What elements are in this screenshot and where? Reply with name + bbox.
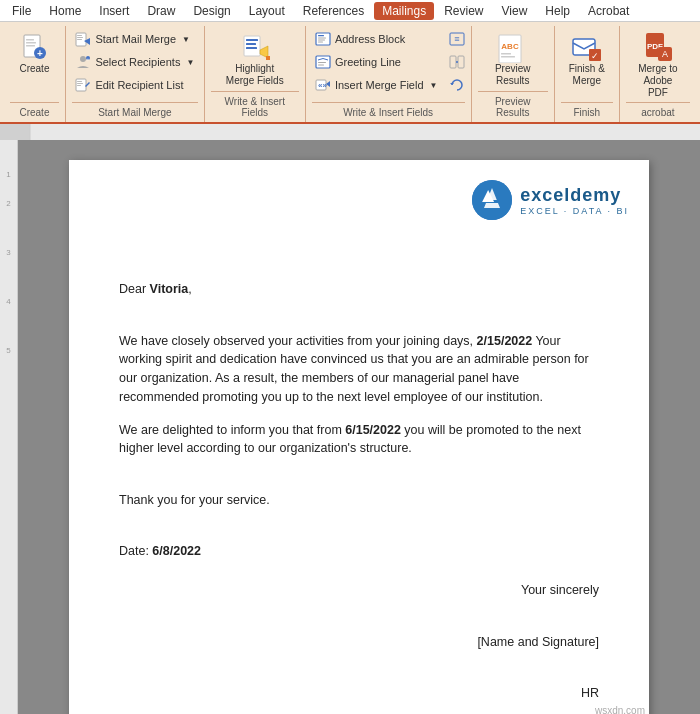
edit-recipient-list-button[interactable]: Edit Recipient List bbox=[70, 74, 199, 96]
greeting-text: Dear bbox=[119, 282, 150, 296]
ribbon: + Create Create bbox=[0, 22, 700, 124]
letter-body: Dear Vitoria, We have closely observed y… bbox=[119, 280, 599, 703]
preview-icon: ABC bbox=[497, 31, 529, 63]
highlight-merge-fields-button[interactable]: HighlightMerge Fields bbox=[219, 28, 291, 90]
menu-item-draw[interactable]: Draw bbox=[139, 2, 183, 20]
svg-rect-29 bbox=[318, 65, 324, 66]
svg-rect-28 bbox=[318, 62, 326, 63]
svg-text:A: A bbox=[662, 49, 668, 59]
address-block-label: Address Block bbox=[335, 33, 405, 45]
menu-item-design[interactable]: Design bbox=[185, 2, 238, 20]
svg-rect-39 bbox=[501, 53, 511, 55]
svg-text:+: + bbox=[38, 48, 44, 59]
finish-label: Finish &Merge bbox=[569, 63, 605, 87]
menu-item-insert[interactable]: Insert bbox=[91, 2, 137, 20]
insert-merge-field-button[interactable]: «» Insert Merge Field ▼ bbox=[310, 74, 443, 96]
document-page: exceldemy EXCEL · DATA · BI Dear Vitoria… bbox=[69, 160, 649, 714]
menu-item-review[interactable]: Review bbox=[436, 2, 491, 20]
address-block-button[interactable]: Address Block bbox=[310, 28, 443, 50]
svg-rect-15 bbox=[77, 83, 83, 84]
preview-results-button[interactable]: ABC PreviewResults bbox=[488, 28, 538, 90]
menu-item-acrobat[interactable]: Acrobat bbox=[580, 2, 637, 20]
greeting-line-button[interactable]: Greeting Line bbox=[310, 51, 443, 73]
ribbon-group-finish-title: Finish bbox=[561, 102, 613, 118]
svg-rect-21 bbox=[266, 56, 270, 60]
thanks-paragraph: Thank you for your service. bbox=[119, 491, 599, 510]
svg-rect-19 bbox=[246, 43, 256, 45]
join-date: 2/15/2022 bbox=[477, 334, 533, 348]
merge-to-pdf-button[interactable]: PDF A Merge toAdobe PDF bbox=[626, 28, 690, 102]
ribbon-group-start-mail-merge: Start Mail Merge ▼ + Select Recipients ▼ bbox=[66, 26, 205, 122]
exceldemy-logo: exceldemy EXCEL · DATA · BI bbox=[472, 180, 629, 220]
svg-rect-16 bbox=[77, 85, 81, 86]
match-fields-icon[interactable] bbox=[448, 53, 466, 71]
document-area: 1 2 3 4 5 exceldemy EXCEL · DATA · BI bbox=[0, 140, 700, 714]
svg-text:+: + bbox=[87, 56, 90, 62]
highlight-label: HighlightMerge Fields bbox=[226, 63, 284, 87]
ribbon-group-acrobat-title: acrobat bbox=[626, 102, 690, 118]
watermark: wsxdn.com bbox=[595, 705, 645, 714]
svg-rect-23 bbox=[318, 35, 324, 36]
greeting-line-icon bbox=[315, 54, 331, 70]
svg-rect-8 bbox=[77, 37, 83, 38]
preview-buttons: ABC PreviewResults bbox=[488, 28, 538, 91]
thanks-text: Thank you for your service. bbox=[119, 493, 270, 507]
start-mail-merge-label: Start Mail Merge bbox=[95, 33, 176, 45]
finish-buttons: ✓ Finish &Merge bbox=[562, 28, 612, 102]
rules-icon[interactable]: ≡ bbox=[448, 30, 466, 48]
svg-rect-26 bbox=[318, 42, 323, 43]
write-insert-stack: Address Block Greeting Line bbox=[310, 28, 443, 96]
ribbon-group-preview: ABC PreviewResults Preview Results bbox=[472, 26, 555, 122]
ribbon-group-preview-title: Preview Results bbox=[478, 91, 548, 118]
ribbon-group-acrobat: PDF A Merge toAdobe PDF acrobat bbox=[620, 26, 696, 122]
svg-rect-25 bbox=[318, 40, 325, 41]
svg-rect-48 bbox=[0, 124, 700, 140]
menu-item-home[interactable]: Home bbox=[41, 2, 89, 20]
ribbon-group-create: + Create Create bbox=[4, 26, 66, 122]
start-mail-merge-button[interactable]: Start Mail Merge ▼ bbox=[70, 28, 199, 50]
logo-tagline: EXCEL · DATA · BI bbox=[520, 206, 629, 216]
svg-rect-7 bbox=[77, 35, 82, 36]
page-container: exceldemy EXCEL · DATA · BI Dear Vitoria… bbox=[18, 140, 700, 714]
svg-rect-18 bbox=[246, 39, 258, 41]
finish-merge-button[interactable]: ✓ Finish &Merge bbox=[562, 28, 612, 90]
ribbon-group-create-title: Create bbox=[10, 102, 59, 118]
menu-item-mailings[interactable]: Mailings bbox=[374, 2, 434, 20]
pdf-icon: PDF A bbox=[642, 31, 674, 63]
recipient-name: Vitoria bbox=[150, 282, 189, 296]
menu-item-references[interactable]: References bbox=[295, 2, 372, 20]
menu-item-file[interactable]: File bbox=[4, 2, 39, 20]
ribbon-group-write-insert: Address Block Greeting Line bbox=[306, 26, 472, 122]
menu-item-help[interactable]: Help bbox=[537, 2, 578, 20]
menu-bar: (function() { const data = JSON.parse(do… bbox=[0, 0, 700, 22]
smm-stack: Start Mail Merge ▼ + Select Recipients ▼ bbox=[70, 28, 199, 96]
horizontal-ruler: // drawn via JS below bbox=[0, 124, 700, 140]
date-paragraph: Date: 6/8/2022 bbox=[119, 542, 599, 561]
extra-icons: ≡ bbox=[448, 28, 466, 96]
svg-rect-35 bbox=[458, 56, 464, 68]
select-recipients-button[interactable]: + Select Recipients ▼ bbox=[70, 51, 199, 73]
update-labels-icon[interactable] bbox=[448, 76, 466, 94]
greeting-line-label: Greeting Line bbox=[335, 56, 401, 68]
write-insert-buttons: Address Block Greeting Line bbox=[310, 28, 467, 102]
svg-rect-24 bbox=[318, 38, 326, 39]
svg-text:✓: ✓ bbox=[591, 51, 599, 61]
svg-rect-14 bbox=[77, 81, 82, 82]
edit-recipient-list-label: Edit Recipient List bbox=[95, 79, 183, 91]
menu-item-view[interactable]: View bbox=[494, 2, 536, 20]
ribbon-group-finish: ✓ Finish &Merge Finish bbox=[555, 26, 620, 122]
finish-icon: ✓ bbox=[571, 31, 603, 63]
svg-text:≡: ≡ bbox=[455, 34, 460, 44]
insert-merge-field-label: Insert Merge Field bbox=[335, 79, 424, 91]
select-recipients-label: Select Recipients bbox=[95, 56, 180, 68]
create-button[interactable]: + Create bbox=[9, 28, 59, 78]
svg-rect-34 bbox=[450, 56, 456, 68]
ribbon-group-highlight-title: Write & Insert Fields bbox=[211, 91, 299, 118]
paragraph1: We have closely observed your activities… bbox=[119, 332, 599, 407]
sr-arrow: ▼ bbox=[186, 58, 194, 67]
menu-item-layout[interactable]: Layout bbox=[241, 2, 293, 20]
vertical-ruler: 1 2 3 4 5 bbox=[0, 140, 18, 714]
start-mail-merge-icon bbox=[75, 31, 91, 47]
svg-rect-9 bbox=[77, 39, 82, 40]
insert-merge-field-icon: «» bbox=[315, 77, 331, 93]
